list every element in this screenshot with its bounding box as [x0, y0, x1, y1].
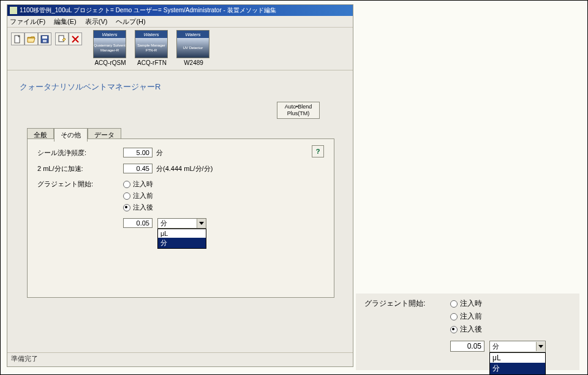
device-uv-label: W2489	[176, 59, 211, 66]
zoom-inset: グラジェント開始: 注入時 注入前 注入後 分 μL 分	[356, 294, 579, 370]
zoom-combo-opt-ul[interactable]: μL	[490, 353, 545, 363]
tab-other[interactable]: その他	[54, 128, 88, 142]
window-instrument-method-editor: 1100移管例_100uL プロジェクト= Demo ユーザー= System/…	[7, 4, 353, 367]
svg-rect-2	[42, 36, 47, 39]
chevron-down-icon	[197, 219, 206, 228]
zoom-gradstart-label: グラジェント開始:	[364, 298, 450, 309]
menubar: ファイル(F) 編集(E) 表示(V) ヘルプ(H)	[7, 16, 353, 28]
window-title: 1100移管例_100uL プロジェクト= Demo ユーザー= System/…	[20, 6, 276, 15]
saveas-button[interactable]	[55, 32, 69, 45]
zoom-radio-before-inject[interactable]: 注入前	[450, 311, 482, 322]
grad-delay-input[interactable]	[123, 218, 153, 228]
toolbar: WatersQuaternary Solvent Manager-R ACQ-r…	[7, 28, 353, 70]
menu-file[interactable]: ファイル(F)	[10, 17, 45, 26]
help-button[interactable]: ?	[312, 145, 324, 157]
gradstart-label: グラジェント開始:	[37, 180, 123, 189]
radio-on-inject[interactable]: 注入時	[123, 180, 153, 189]
radio-dot	[450, 313, 458, 320]
radio-dot	[123, 181, 130, 188]
zoom-radio-on-inject[interactable]: 注入時	[450, 298, 482, 309]
accel-label: 2 mL/分に加速:	[37, 164, 123, 173]
zoom-radio-after-inject[interactable]: 注入後	[450, 324, 482, 335]
zoom-grad-unit-combo[interactable]: 分	[489, 341, 546, 352]
zoom-combo-opt-min[interactable]: 分	[490, 363, 545, 374]
chevron-down-icon	[536, 342, 545, 351]
radio-after-inject[interactable]: 注入後	[123, 203, 153, 212]
app-icon	[10, 7, 17, 14]
tab-panel-other: ? シール洗浄頻度: 分 2 mL/分に加速: 分(4.444 mL/分/分) …	[27, 138, 334, 298]
radio-dot	[450, 300, 458, 308]
combo-opt-min[interactable]: 分	[158, 238, 206, 248]
menu-view[interactable]: 表示(V)	[85, 17, 108, 26]
svg-rect-3	[43, 40, 47, 42]
menu-edit[interactable]: 編集(E)	[54, 17, 77, 26]
sealwash-label: シール洗浄頻度:	[37, 148, 123, 157]
radio-before-inject[interactable]: 注入前	[123, 191, 153, 200]
device-qsm[interactable]: WatersQuaternary Solvent Manager-R ACQ-r…	[93, 30, 127, 66]
radio-dot-selected	[450, 326, 458, 333]
menu-help[interactable]: ヘルプ(H)	[116, 17, 145, 26]
titlebar[interactable]: 1100移管例_100uL プロジェクト= Demo ユーザー= System/…	[7, 5, 353, 16]
autoblend-button[interactable]: Auto•Blend Plus(TM)	[277, 102, 320, 119]
device-strip: WatersQuaternary Solvent Manager-R ACQ-r…	[93, 30, 211, 66]
zoom-grad-delay-input[interactable]	[450, 341, 484, 352]
device-ftn[interactable]: WatersSample Manager FTN-R ACQ-rFTN	[135, 30, 169, 66]
panel-title: クォータナリソルベントマネージャーR	[7, 70, 353, 101]
grad-unit-combo[interactable]: 分	[157, 218, 206, 229]
save-button[interactable]	[38, 32, 51, 45]
device-uv[interactable]: WatersUV Detector W2489	[176, 30, 211, 66]
sealwash-unit: 分	[156, 148, 163, 157]
device-qsm-label: ACQ-rQSM	[93, 59, 127, 66]
radio-dot	[123, 192, 130, 200]
delete-button[interactable]	[69, 32, 82, 45]
radio-dot-selected	[123, 204, 130, 211]
combo-opt-ul[interactable]: μL	[158, 229, 206, 238]
open-button[interactable]	[24, 32, 38, 45]
accel-unit: 分(4.444 mL/分/分)	[156, 164, 213, 173]
zoom-grad-unit-dropdown: μL 分	[489, 352, 546, 375]
statusbar: 準備完了	[7, 352, 353, 366]
sealwash-input[interactable]	[123, 148, 153, 157]
new-button[interactable]	[11, 32, 24, 45]
device-ftn-label: ACQ-rFTN	[135, 59, 169, 66]
accel-input[interactable]	[123, 164, 153, 173]
grad-unit-dropdown: μL 分	[157, 229, 206, 249]
